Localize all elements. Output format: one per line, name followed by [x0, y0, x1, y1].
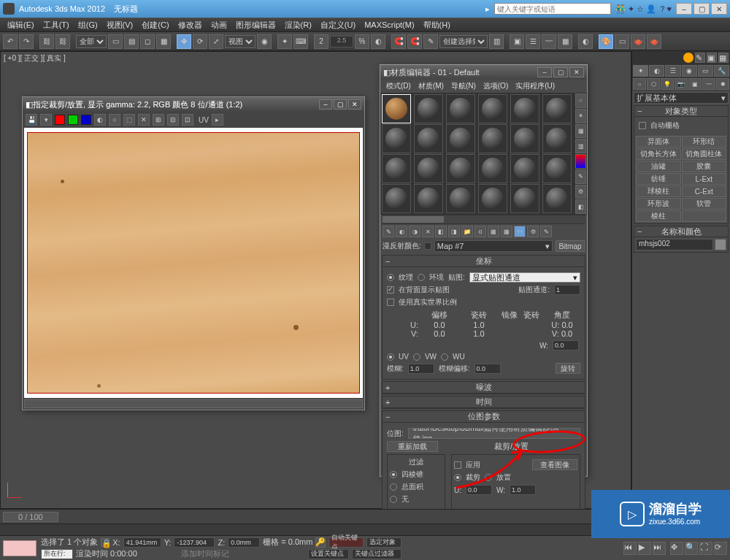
- next-icon[interactable]: ▸: [212, 114, 223, 126]
- motion-tab[interactable]: ◉: [682, 65, 697, 77]
- alpha-channel-icon[interactable]: ◐: [94, 114, 106, 126]
- sample-uv-icon[interactable]: ▥: [575, 139, 586, 153]
- assign-material-icon[interactable]: ◑: [409, 226, 420, 237]
- menu-rendering[interactable]: 渲染(R): [280, 20, 316, 31]
- crop-close-button[interactable]: ✕: [348, 99, 361, 110]
- key-icon[interactable]: 🔑: [315, 537, 326, 548]
- material-slot[interactable]: [542, 94, 572, 123]
- spindle-button[interactable]: 纺锤: [636, 173, 681, 185]
- chamfercyl-button[interactable]: 切角圆柱体: [682, 148, 727, 160]
- material-slot[interactable]: [542, 154, 572, 183]
- play-prev-icon[interactable]: ⏮: [623, 542, 637, 555]
- x2-icon[interactable]: ✕: [138, 114, 150, 126]
- reset-map-icon[interactable]: ✕: [422, 226, 434, 237]
- prism-button[interactable]: 棱柱: [636, 210, 681, 222]
- link-button[interactable]: ⛓: [39, 34, 54, 49]
- ringwave-button[interactable]: 环形波: [636, 198, 681, 210]
- put-to-scene-icon[interactable]: ◐: [396, 226, 407, 237]
- snap-angle[interactable]: 2.5: [330, 36, 353, 47]
- hedra-button[interactable]: 异面体: [636, 136, 681, 147]
- apply-check[interactable]: [454, 461, 461, 469]
- blur-spinner[interactable]: 1.0: [408, 364, 434, 374]
- menu-animation[interactable]: 动画: [207, 20, 231, 31]
- cmd-tool-icon[interactable]: ▣: [707, 53, 717, 63]
- blue-swatch[interactable]: [81, 115, 91, 125]
- gengon-button[interactable]: 球棱柱: [636, 185, 681, 197]
- selsets-label[interactable]: 选定对象: [366, 537, 402, 548]
- vw-radio[interactable]: [413, 353, 420, 361]
- crop-window-titlebar[interactable]: ◧ 指定裁剪/放置, 显示 gamma: 2.2, RGB 颜色 8 位/通道 …: [23, 97, 364, 112]
- place-radio[interactable]: [485, 474, 492, 481]
- selection-filter[interactable]: 全部: [76, 35, 107, 48]
- nav-zoomext-icon[interactable]: ⛶: [699, 542, 712, 555]
- mono-icon[interactable]: ○: [109, 114, 120, 126]
- material-slot[interactable]: [510, 94, 539, 123]
- cameras-subtab[interactable]: 📷: [675, 78, 688, 90]
- dropper-icon[interactable]: [424, 242, 431, 250]
- menu-grapheditors[interactable]: 图形编辑器: [231, 20, 280, 31]
- mapping-dropdown[interactable]: 显式贴图通道▾: [469, 272, 580, 283]
- undo-button[interactable]: ↶: [3, 34, 18, 49]
- menu-modifiers[interactable]: 修改器: [174, 20, 207, 31]
- capsule-button[interactable]: 胶囊: [682, 161, 727, 172]
- show-end-icon[interactable]: ▦: [501, 226, 512, 237]
- viewport-label[interactable]: [ +0 ][ 正交 ][ 真实 ]: [4, 53, 66, 64]
- objtype-header[interactable]: −对象类型: [634, 106, 728, 117]
- show-in-vp-icon[interactable]: ▦: [488, 226, 499, 237]
- crop-radio[interactable]: [454, 474, 461, 481]
- slots-scrollbar[interactable]: [382, 215, 585, 224]
- display-tab[interactable]: ▭: [698, 65, 713, 77]
- sample-type-icon[interactable]: ○: [575, 93, 586, 108]
- material-slot[interactable]: [478, 154, 507, 183]
- put-to-library-icon[interactable]: 📁: [461, 226, 473, 237]
- crop-max-button[interactable]: ▢: [334, 99, 347, 110]
- menu-help[interactable]: 帮助(H): [419, 20, 455, 31]
- material-slot[interactable]: [478, 184, 507, 213]
- keymode-button[interactable]: ⌨: [293, 34, 308, 49]
- category-dropdown[interactable]: 扩展基本体▾: [634, 92, 729, 104]
- showback-check[interactable]: [387, 286, 394, 294]
- summed-radio[interactable]: [390, 483, 397, 491]
- helpers-subtab[interactable]: ▣: [688, 78, 702, 90]
- mated-menu-util[interactable]: 实用程序(U): [512, 81, 558, 91]
- scale-button[interactable]: ⤢: [209, 34, 223, 49]
- magnet2-button[interactable]: 🧲: [407, 34, 422, 49]
- utilities-tab[interactable]: 🔧: [714, 65, 729, 77]
- options-icon[interactable]: ⚙: [575, 185, 586, 199]
- menu-create[interactable]: 创建(C): [137, 20, 173, 31]
- bitmap-rollout-header[interactable]: −位图参数: [383, 411, 585, 423]
- sun-icon[interactable]: [683, 53, 694, 63]
- menu-group[interactable]: 组(G): [74, 20, 102, 31]
- texture-radio[interactable]: [387, 274, 394, 281]
- mated-menu-material[interactable]: 材质(M): [415, 81, 447, 91]
- v-tile-spinner[interactable]: 1.0: [461, 329, 497, 338]
- u-angle-spinner[interactable]: U: 0.0: [544, 321, 580, 329]
- color-check-icon[interactable]: [575, 154, 586, 169]
- pick-from-obj-icon[interactable]: ✎: [540, 226, 552, 237]
- menu-maxscript[interactable]: MAXScript(M): [360, 20, 418, 29]
- menu-arrow-icon[interactable]: ▸: [485, 4, 490, 14]
- mated-min-button[interactable]: –: [537, 67, 552, 77]
- uvw-u-icon[interactable]: ⊞: [153, 114, 164, 126]
- crop-min-button[interactable]: –: [319, 99, 332, 110]
- u-tile-spinner[interactable]: 1.0: [461, 321, 497, 329]
- v-angle-spinner[interactable]: V: 0.0: [544, 329, 580, 338]
- material-slot[interactable]: [414, 124, 443, 153]
- material-slot[interactable]: [382, 184, 411, 213]
- lock-sel-icon[interactable]: 🔒: [101, 538, 110, 547]
- x-coord-field[interactable]: 41.941mm: [123, 537, 161, 548]
- get-material-icon[interactable]: ✎: [383, 226, 394, 237]
- nav-zoom-icon[interactable]: 🔍: [685, 542, 698, 555]
- material-slot[interactable]: [478, 124, 507, 153]
- material-slot[interactable]: [542, 184, 572, 213]
- make-copy-icon[interactable]: ◧: [435, 226, 447, 237]
- close-button[interactable]: ✕: [711, 3, 727, 15]
- material-slot[interactable]: [542, 124, 572, 153]
- mated-menu-nav[interactable]: 导航(N): [448, 81, 479, 91]
- select-button[interactable]: ▭: [108, 34, 123, 49]
- go-forward-icon[interactable]: ⚙: [527, 226, 539, 237]
- ednamedsel-button[interactable]: 🧲: [391, 34, 406, 49]
- move-button[interactable]: ✥: [177, 34, 191, 49]
- cext-button[interactable]: C-Ext: [682, 185, 727, 197]
- time-rollout-header[interactable]: +时间: [383, 396, 585, 408]
